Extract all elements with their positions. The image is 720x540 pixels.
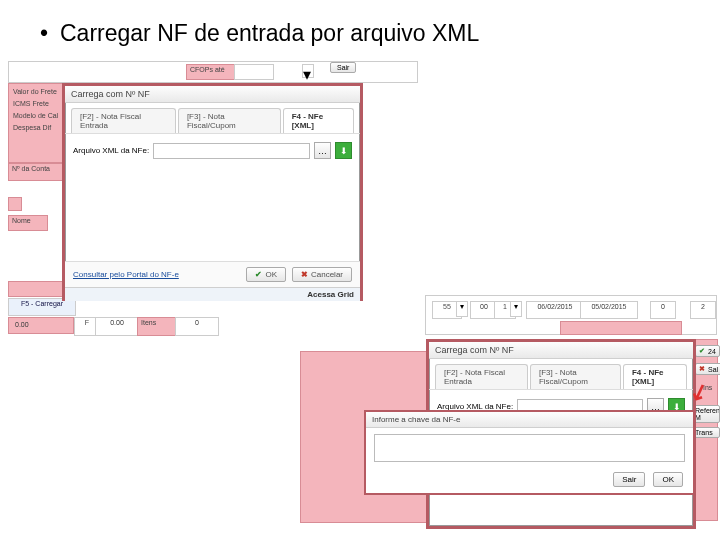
side-btn-sal[interactable]: ✖Sal (695, 363, 720, 375)
slide-bullet: Carregar NF de entrada por arquivo XML (60, 20, 720, 47)
tab2-f4-xml[interactable]: F4 - NFe [XML] (623, 364, 687, 389)
dialog-carrega-nf-1: Carrega com Nº NF [F2] - Nota Fiscal Ent… (62, 83, 363, 301)
chevron-down-icon[interactable]: ▾ (302, 64, 314, 78)
chevron-down-icon[interactable]: ▾ (510, 301, 522, 317)
close-icon: ✖ (699, 365, 705, 373)
close-icon: ✖ (301, 270, 308, 279)
tab-f4-xml[interactable]: F4 - NFe [XML] (283, 108, 354, 133)
label-frete: Valor do Frete (10, 87, 60, 96)
sair-button[interactable]: Sair (613, 472, 645, 487)
side-btn-trans[interactable]: Trans (692, 427, 720, 438)
bg-strip (560, 321, 682, 335)
cell-2: 2 (690, 301, 716, 319)
bg-cell (234, 64, 274, 80)
label-despesa: Despesa Dif (10, 123, 54, 132)
chave-nfe-input[interactable] (374, 434, 685, 462)
tab2-f3-cupom[interactable]: [F3] - Nota Fiscal/Cupom (530, 364, 621, 389)
tab-f3-cupom[interactable]: [F3] - Nota Fiscal/Cupom (178, 108, 281, 133)
side-btn-ref[interactable]: Referencia M (692, 405, 720, 423)
label-arquivo-xml: Arquivo XML da NFe: (73, 146, 149, 155)
bg-cell (8, 197, 22, 211)
prompt-title: Informe a chave da NF-e (366, 412, 693, 428)
dialog2-title: Carrega com Nº NF (429, 342, 693, 359)
download-icon[interactable]: ⬇ (335, 142, 352, 159)
bullet-text: Carregar NF de entrada por arquivo XML (60, 20, 479, 46)
arquivo-xml-input[interactable] (153, 143, 310, 159)
screenshot-stage: CFOPs até ▾ Sair Valor do Frete ICMS Fre… (0, 61, 720, 531)
dialog-carrega-nf-2: Carrega com Nº NF [F2] - Nota Fiscal Ent… (426, 339, 696, 529)
label-nome: Nome (8, 215, 48, 231)
val-zero: 0 (175, 317, 219, 336)
dialog-informe-chave: Informe a chave da NF-e Sair OK (364, 410, 695, 495)
label-icms: ICMS Frete (10, 99, 52, 108)
tab-f2-entrada[interactable]: [F2] - Nota Fiscal Entrada (71, 108, 176, 133)
side-btn-24[interactable]: ✔24 (695, 345, 720, 357)
row-arquivo-xml: Arquivo XML da NFe: … ⬇ (65, 134, 360, 161)
dialog1-title: Carrega com Nº NF (65, 86, 360, 103)
dialog1-footer: Consultar pelo Portal do NF-e ✔OK ✖Cance… (65, 261, 360, 287)
ok-button-2[interactable]: OK (653, 472, 683, 487)
portal-nfe-link[interactable]: Consultar pelo Portal do NF-e (73, 270, 179, 279)
tab2-f2-entrada[interactable]: [F2] - Nota Fiscal Entrada (435, 364, 528, 389)
side-label-ins: Ins (700, 383, 715, 392)
bg-chip: CFOPs até (186, 64, 238, 80)
dialog1-status: Acessa Grid (65, 287, 360, 301)
val-000: 0.00 (12, 320, 32, 329)
val-000b: 0.00 (95, 317, 139, 336)
browse-button[interactable]: … (314, 142, 331, 159)
check-icon: ✔ (699, 347, 705, 355)
cancel-button[interactable]: ✖Cancelar (292, 267, 352, 282)
ok-button[interactable]: ✔OK (246, 267, 286, 282)
dialog1-tabs: [F2] - Nota Fiscal Entrada [F3] - Nota F… (65, 103, 360, 134)
check-icon: ✔ (255, 270, 262, 279)
chevron-down-icon[interactable]: ▾ (456, 301, 468, 317)
dialog2-tabs: [F2] - Nota Fiscal Entrada [F3] - Nota F… (429, 359, 693, 390)
label-modelo: Modelo de Cal (10, 111, 61, 120)
bg-cell (8, 281, 66, 297)
sair-button-bg[interactable]: Sair (330, 62, 356, 73)
cell-date1: 06/02/2015 (526, 301, 584, 319)
cell-date2: 05/02/2015 (580, 301, 638, 319)
cell-0: 0 (650, 301, 676, 319)
